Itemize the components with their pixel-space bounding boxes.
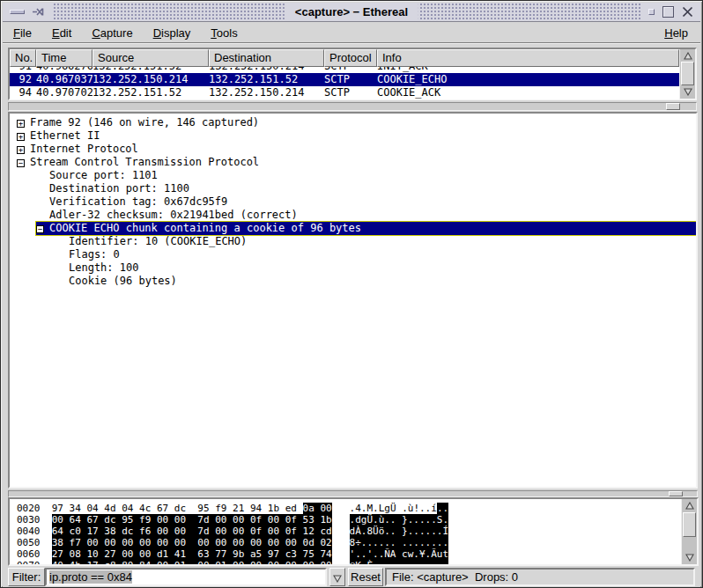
- collapse-icon[interactable]: −: [36, 225, 44, 233]
- packet-list-header: No.TimeSourceDestinationProtocolInfo: [10, 49, 679, 67]
- tree-hscrollbar[interactable]: [8, 490, 698, 497]
- hex-offset: 0020: [17, 503, 41, 514]
- column-header-proto[interactable]: Protocol: [324, 49, 377, 67]
- hex-dump-pane: 0020 97 34 04 4d 04 4c 67 dc 95 f9 21 94…: [8, 497, 699, 566]
- hex-offset: 0040: [17, 526, 41, 537]
- tree-row[interactable]: +Internet Protocol: [10, 143, 696, 156]
- tree-row-inner: −COOKIE ECHO chunk containing a cookie o…: [36, 222, 696, 235]
- menu-item-edit[interactable]: Edit: [50, 25, 73, 41]
- tree-row-inner: Destination port: 1100: [49, 182, 696, 195]
- collapse-icon[interactable]: −: [17, 159, 25, 167]
- tree-row-label: Internet Protocol: [30, 143, 138, 155]
- packet-row[interactable]: 9140.966276132.252.151.52132.252.150.214…: [10, 67, 679, 73]
- expand-icon[interactable]: +: [17, 133, 25, 141]
- tree-row[interactable]: Destination port: 1100: [10, 182, 696, 195]
- tree-row[interactable]: Length: 100: [10, 261, 696, 275]
- packet-list-hscrollbar[interactable]: [8, 102, 697, 111]
- hex-row[interactable]: 0050 38 f7 00 00 00 00 00 00 00 00 00 00…: [17, 537, 681, 548]
- title-bar[interactable]: <capture> − Ethereal: [3, 3, 700, 22]
- packet-cell-time: 40.970702: [36, 86, 92, 99]
- tree-row-label: COOKIE ECHO chunk containing a cookie of…: [49, 222, 361, 234]
- tree-row[interactable]: +Frame 92 (146 on wire, 146 captured): [10, 116, 696, 129]
- hex-row[interactable]: 0040 64 c0 17 38 dc f6 00 00 7d 00 00 0f…: [17, 526, 681, 537]
- filter-dropdown-button[interactable]: [329, 568, 345, 586]
- hex-ascii-highlighted: 8÷...... ........: [350, 537, 449, 548]
- packet-cell-src: 132.252.150.214: [92, 73, 209, 86]
- tree-row[interactable]: +Ethernet II: [10, 129, 696, 143]
- protocol-tree: +Frame 92 (146 on wire, 146 captured)+Et…: [8, 112, 698, 489]
- column-header-no[interactable]: No.: [10, 49, 36, 67]
- tree-row-label: Ethernet II: [30, 129, 100, 142]
- close-icon[interactable]: [682, 6, 693, 18]
- filter-input[interactable]: ip.proto == 0x84: [45, 568, 327, 586]
- status-bar: File: <capture> Drops: 0: [385, 568, 695, 586]
- hex-offset: 0070: [17, 560, 41, 564]
- tree-row[interactable]: −COOKIE ECHO chunk containing a cookie o…: [10, 222, 696, 235]
- packet-cell-time: 40.967037: [36, 73, 92, 86]
- tree-row-inner: Source port: 1101: [49, 169, 696, 182]
- tree-row[interactable]: Source port: 1101: [10, 169, 696, 182]
- scroll-up-icon[interactable]: [683, 500, 697, 511]
- expand-icon[interactable]: +: [17, 146, 25, 154]
- tree-row-label: Length: 100: [69, 261, 138, 274]
- scrollbar-thumb[interactable]: [683, 512, 696, 537]
- hex-row[interactable]: 0020 97 34 04 4d 04 4c 67 dc 95 f9 21 94…: [17, 503, 681, 514]
- hex-row[interactable]: 0030 00 64 67 dc 95 f9 00 00 7d 00 00 0f…: [17, 514, 681, 526]
- menu-item-file[interactable]: File: [11, 25, 33, 41]
- hex-offset: 0030: [17, 514, 41, 526]
- column-header-info[interactable]: Info: [377, 49, 679, 67]
- column-header-time[interactable]: Time: [36, 49, 92, 67]
- expand-icon[interactable]: +: [17, 120, 25, 128]
- menu-item-help[interactable]: Help: [662, 25, 690, 41]
- packet-cell-dst: 132.252.150.214: [209, 67, 324, 73]
- menu-item-capture[interactable]: Capture: [90, 25, 134, 41]
- reset-button[interactable]: Reset: [348, 568, 383, 586]
- window-title: <capture> − Ethereal: [285, 4, 418, 20]
- packet-cell-info: INIT_ACK: [377, 67, 679, 73]
- hex-ascii-highlighted: '..'..ÑA cw.¥.Ãut: [350, 548, 449, 560]
- packet-list-vscrollbar[interactable]: [679, 49, 695, 99]
- tree-row[interactable]: Verification tag: 0x67dc95f9: [10, 195, 696, 209]
- maximize-icon[interactable]: [662, 6, 674, 18]
- tree-row-label: Adler-32 checksum: 0x21941bed (correct): [49, 209, 298, 221]
- pushpin-icon[interactable]: [32, 7, 45, 17]
- tree-row[interactable]: Adler-32 checksum: 0x21941bed (correct): [10, 209, 696, 222]
- tree-row-inner: Verification tag: 0x67dc95f9: [49, 195, 696, 209]
- scroll-down-icon[interactable]: [681, 86, 695, 98]
- scrollbar-thumb[interactable]: [681, 62, 694, 85]
- column-header-dst[interactable]: Destination: [209, 49, 324, 67]
- tree-hscrollbar-thumb[interactable]: [669, 491, 683, 496]
- packet-cell-no: 94: [10, 86, 36, 99]
- tree-row-label: Destination port: 1100: [49, 182, 189, 195]
- hscrollbar-thumb[interactable]: [666, 103, 680, 110]
- packet-cell-src: 132.252.151.52: [92, 67, 209, 73]
- packet-list-pane: No.TimeSourceDestinationProtocolInfo 914…: [8, 48, 697, 100]
- menu-item-tools[interactable]: Tools: [209, 25, 239, 41]
- hex-bytes-highlighted: 27 08 10 27 00 00 d1 41 63 77 9b a5 97 c…: [52, 548, 332, 560]
- scroll-down-icon[interactable]: [683, 552, 697, 563]
- hex-ascii: .4.M.LgÜ .ù!..í: [350, 503, 437, 514]
- tree-row-label: Identifier: 10 (COOKIE_ECHO): [69, 235, 247, 247]
- hex-bytes-highlighted: 64 c0 17 38 dc f6 00 00 7d 00 00 0f 00 0…: [52, 526, 332, 537]
- scroll-up-icon[interactable]: [681, 50, 695, 62]
- hex-dump-vscrollbar[interactable]: [681, 499, 697, 564]
- tree-row[interactable]: Cookie (96 bytes): [10, 275, 696, 288]
- filter-bar: Filter: ip.proto == 0x84 Reset File: <ca…: [3, 567, 700, 587]
- tree-row-inner: −Stream Control Transmission Protocol: [17, 156, 696, 169]
- tree-row-label: Flags: 0: [69, 248, 120, 261]
- tree-row[interactable]: −Stream Control Transmission Protocol: [10, 156, 696, 169]
- window-options-icon[interactable]: [648, 9, 655, 15]
- hex-row[interactable]: 0060 27 08 10 27 00 00 d1 41 63 77 9b a5…: [17, 548, 681, 560]
- menu-item-display[interactable]: Display: [152, 25, 193, 41]
- tree-row[interactable]: Flags: 0: [10, 248, 696, 261]
- tree-row-inner: +Ethernet II: [17, 129, 696, 143]
- hex-offset: 0050: [17, 537, 41, 548]
- tree-row[interactable]: Identifier: 10 (COOKIE_ECHO): [10, 235, 696, 248]
- tree-row-label: Frame 92 (146 on wire, 146 captured): [30, 116, 259, 129]
- minimize-icon[interactable]: [10, 10, 25, 14]
- packet-row[interactable]: 9440.970702132.252.151.52132.252.150.214…: [10, 86, 679, 99]
- hex-row[interactable]: 0070 40 4b 17 c8 80 84 00 01 00 01 00 00…: [17, 560, 681, 564]
- column-header-src[interactable]: Source: [92, 49, 209, 67]
- filter-button[interactable]: Filter:: [8, 568, 45, 586]
- packet-row[interactable]: 9240.967037132.252.150.214132.252.151.52…: [10, 73, 679, 86]
